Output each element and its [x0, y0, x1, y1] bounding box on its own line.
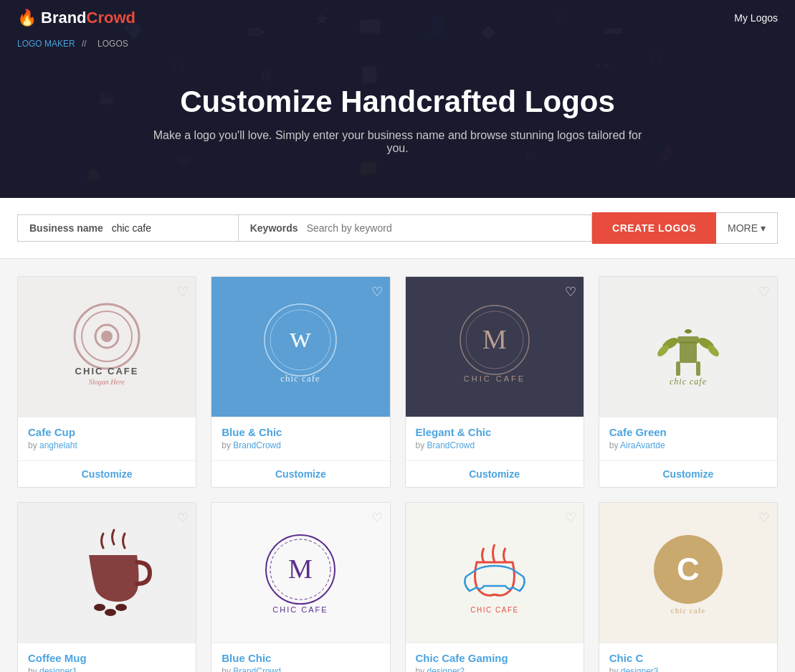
business-name-input[interactable] [112, 222, 227, 234]
logos-grid: ♡ CHIC CAFE Slogan Here Cafe Cup by angh… [0, 259, 795, 672]
breadcrumb-separator: // [82, 39, 87, 49]
search-bar: Business name Keywords CREATE LOGOS MORE… [0, 198, 795, 259]
author-link-cafe-cup[interactable]: anghelaht [39, 440, 77, 450]
more-label: MORE [728, 222, 758, 234]
logo-card-info-cafe-cup: Cafe Cup by anghelaht [18, 417, 196, 460]
logo-card-name-cafe-cup: Cafe Cup [28, 426, 186, 438]
brand-second: Crowd [87, 9, 135, 27]
svg-text:w: w [290, 321, 312, 354]
svg-text:CHIC CAFE: CHIC CAFE [75, 366, 139, 377]
svg-text:CHIC CAFE: CHIC CAFE [273, 605, 328, 614]
hero-subtitle: Make a logo you'll love. Simply enter yo… [147, 129, 649, 155]
logo-card-cafe-cup[interactable]: ♡ CHIC CAFE Slogan Here Cafe Cup by angh… [17, 276, 196, 488]
customize-button-elegant-chic[interactable]: Customize [406, 460, 584, 487]
customize-button-blue-chic[interactable]: Customize [211, 460, 389, 487]
svg-text:C: C [677, 552, 700, 587]
customize-button-cafe-green[interactable]: Customize [599, 460, 777, 487]
favorite-icon-elegant-chic[interactable]: ♡ [565, 284, 576, 300]
header-nav: 🔥 BrandCrowd My Logos [0, 0, 795, 36]
svg-point-41 [685, 329, 692, 333]
svg-point-22 [101, 331, 113, 342]
logo-preview-cafe-cup: CHIC CAFE Slogan Here [18, 277, 196, 417]
logo-card-info-cafe-green: Cafe Green by AiraAvartde [599, 417, 777, 460]
more-options-button[interactable]: MORE ▾ [716, 212, 778, 244]
svg-point-44 [105, 609, 116, 616]
logo-card-name-blue-chic-2: Blue Chic [222, 652, 379, 664]
author-link-chic-c[interactable]: designer3 [621, 666, 659, 672]
logo-card-image-blue-chic-2: ♡ M CHIC CAFE [211, 503, 389, 643]
logo-card-image-coffee-mug: ♡ [18, 503, 196, 643]
logo-card-author-gaming: by designer2 [416, 666, 573, 672]
logo-card-elegant-chic[interactable]: ♡ M CHIC CAFE Elegant & Chic by BrandCro… [405, 276, 584, 488]
breadcrumb-logo-maker[interactable]: LOGO MAKER [17, 39, 75, 49]
svg-rect-36 [696, 361, 700, 376]
logo-card-info-coffee-mug: Coffee Mug by designer1 [18, 643, 196, 672]
author-link-gaming[interactable]: designer2 [427, 666, 465, 672]
favorite-icon-cafe-green[interactable]: ♡ [758, 284, 770, 300]
header: ✏ ★ 📖 👤 ◆ 📱 ▬ 🎧 ☕ 🖥 📋 👓 🎧 ✉ 📁 ✉ 📌 🔔 💎 🔥 … [0, 0, 795, 198]
logo-card-info-blue-chic: Blue & Chic by BrandCrowd [211, 417, 389, 460]
business-name-field: Business name [17, 214, 239, 242]
logo-card-image-cafe-green: ♡ chic cafe [599, 277, 777, 417]
hero-title: Customize Handcrafted Logos [14, 85, 781, 119]
create-logos-button[interactable]: CREATE LOGOS [592, 212, 716, 244]
author-link-blue-chic[interactable]: BrandCrowd [233, 440, 281, 450]
svg-text:chic cafe: chic cafe [281, 373, 321, 384]
author-link-blue-chic-2[interactable]: BrandCrowd [233, 666, 281, 672]
keywords-label: Keywords [250, 222, 298, 234]
logo-card-name-chic-c: Chic C [609, 652, 767, 664]
keywords-input[interactable] [307, 222, 580, 234]
svg-text:CHIC CAFE: CHIC CAFE [470, 606, 518, 614]
logo-preview-blue-chic-2: M CHIC CAFE [211, 503, 389, 643]
svg-text:Slogan Here: Slogan Here [89, 378, 125, 386]
logo-card-name-gaming: Chic Cafe Gaming [416, 652, 573, 664]
logo-card-author-elegant-chic: by BrandCrowd [416, 440, 573, 450]
customize-button-cafe-cup[interactable]: Customize [18, 460, 196, 487]
logo-icon: 🔥 [17, 9, 37, 27]
keywords-field: Keywords [239, 214, 592, 242]
my-logos-link[interactable]: My Logos [734, 12, 778, 24]
brand-logo[interactable]: 🔥 BrandCrowd [17, 9, 135, 27]
logo-card-author-cafe-cup: by anghelaht [28, 440, 186, 450]
favorite-icon-blue-chic-2[interactable]: ♡ [371, 510, 383, 526]
logo-card-blue-chic[interactable]: ♡ w chic cafe Blue & Chic by BrandCrowd … [211, 276, 390, 488]
author-link-cafe-green[interactable]: AiraAvartde [620, 440, 665, 450]
logo-card-info-chic-c: Chic C by designer3 [599, 643, 777, 672]
svg-text:chic cafe: chic cafe [671, 606, 705, 615]
logo-card-author-blue-chic: by BrandCrowd [222, 440, 379, 450]
favorite-icon-cafe-cup[interactable]: ♡ [177, 284, 189, 300]
author-link-elegant-chic[interactable]: BrandCrowd [427, 440, 475, 450]
svg-text:M: M [288, 554, 313, 584]
svg-text:M: M [482, 324, 507, 354]
favorite-icon-blue-chic[interactable]: ♡ [371, 284, 383, 300]
logo-card-name-cafe-green: Cafe Green [609, 426, 767, 438]
logo-card-cafe-green[interactable]: ♡ chic cafe [599, 276, 778, 488]
logo-card-info-blue-chic-2: Blue Chic by BrandCrowd [211, 643, 389, 672]
svg-rect-33 [680, 341, 697, 363]
logo-card-chic-c[interactable]: ♡ C chic cafe Chic C by designer3 Custom… [599, 502, 778, 672]
svg-rect-35 [676, 361, 680, 376]
favorite-icon-chic-c[interactable]: ♡ [758, 510, 770, 526]
business-name-label: Business name [29, 222, 103, 234]
breadcrumb-logos: LOGOS [97, 39, 128, 49]
breadcrumb: LOGO MAKER // LOGOS [0, 36, 795, 49]
logo-card-blue-chic-2[interactable]: ♡ M CHIC CAFE Blue Chic by BrandCrowd Cu… [211, 502, 390, 672]
svg-point-45 [115, 604, 127, 611]
logo-preview-chic-c: C chic cafe [599, 503, 777, 643]
favorite-icon-coffee-mug[interactable]: ♡ [177, 510, 189, 526]
logo-preview-cafe-green: chic cafe [599, 277, 777, 417]
svg-text:CHIC CAFE: CHIC CAFE [463, 374, 525, 383]
logo-card-author-coffee-mug: by designer1 [28, 666, 186, 672]
author-link-coffee-mug[interactable]: designer1 [39, 666, 77, 672]
favorite-icon-gaming[interactable]: ♡ [565, 510, 576, 526]
logo-card-author-cafe-green: by AiraAvartde [609, 440, 767, 450]
logo-card-image-chic-c: ♡ C chic cafe [599, 503, 777, 643]
brand-first: Brand [41, 9, 87, 27]
logo-preview-elegant-chic: M CHIC CAFE [406, 277, 584, 417]
logo-card-image-gaming: ♡ CHIC CAFE [406, 503, 584, 643]
logo-card-coffee-mug[interactable]: ♡ Coffee Mug by designer1 [17, 502, 196, 672]
logo-card-gaming[interactable]: ♡ CHIC CAFE Chic Cafe Gaming by designer… [405, 502, 584, 672]
logo-card-image-blue-chic: ♡ w chic cafe [211, 277, 389, 417]
svg-rect-34 [677, 336, 699, 344]
logo-card-info-elegant-chic: Elegant & Chic by BrandCrowd [406, 417, 584, 460]
